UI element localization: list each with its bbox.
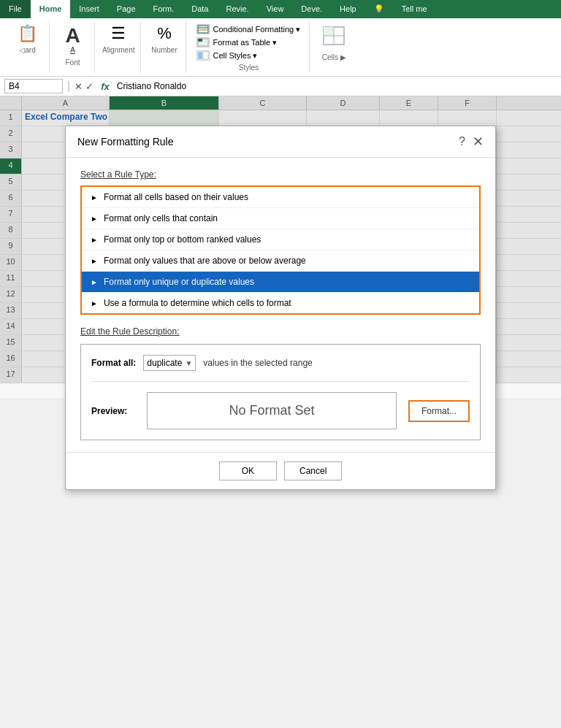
cancel-icon[interactable]: ✕ — [75, 81, 83, 92]
font-icon: A — [65, 26, 80, 46]
rule-item-label-1: Format only cells that contain — [104, 213, 218, 223]
format-as-table-icon — [196, 37, 210, 47]
svg-rect-6 — [203, 52, 208, 59]
preview-box: No Format Set — [147, 392, 397, 429]
format-all-label: Format all: — [91, 358, 136, 368]
alignment-group: ☰ Alignment — [96, 21, 141, 73]
values-label: values in the selected range — [203, 358, 312, 368]
rule-arrow-icon: ► — [91, 236, 98, 244]
cell-styles-label: Cell Styles ▾ — [213, 51, 257, 61]
tab-help[interactable]: Help — [331, 0, 365, 18]
dialog-close-button[interactable]: ✕ — [473, 134, 484, 150]
clipboard-icon: 📋 — [18, 26, 37, 42]
preview-row: Preview: No Format Set Format... — [91, 381, 470, 429]
rule-arrow-icon: ► — [91, 299, 98, 307]
format-all-row: Format all: duplicate ▼ values in the se… — [91, 355, 470, 371]
formula-bar-separator: | — [67, 80, 70, 93]
svg-rect-8 — [324, 27, 334, 36]
tab-home[interactable]: Home — [31, 0, 71, 18]
edit-box: Format all: duplicate ▼ values in the se… — [80, 344, 481, 440]
tab-data[interactable]: Data — [183, 0, 217, 18]
clipboard-label: ◁ard — [19, 46, 35, 54]
dialog-footer: OK Cancel — [66, 452, 495, 489]
fx-label: fx — [101, 81, 110, 92]
rule-item-label-4: Format only unique or duplicate values — [104, 277, 254, 287]
rule-arrow-icon: ► — [91, 257, 98, 265]
clipboard-button[interactable]: 📋 — [12, 23, 42, 45]
font-group: A A Font — [51, 21, 95, 73]
spreadsheet-area: A B C D E F 1 Excel Compare Two Strings … — [0, 96, 561, 383]
cells-icon — [322, 26, 346, 49]
formula-bar-icons: ✕ ✓ — [75, 81, 94, 92]
format-as-table-label: Format as Table ▾ — [213, 38, 277, 47]
rule-item-1[interactable]: ► Format only cells that contain — [82, 208, 479, 229]
tab-view[interactable]: View — [258, 0, 293, 18]
tab-lightbulb[interactable]: 💡 — [365, 0, 393, 18]
rule-item-5[interactable]: ► Use a formula to determine which cells… — [82, 293, 479, 313]
rule-item-3[interactable]: ► Format only values that are above or b… — [82, 250, 479, 272]
tab-developer[interactable]: Deve. — [292, 0, 331, 18]
preview-text: No Format Set — [229, 403, 314, 418]
conditional-formatting-icon — [196, 24, 210, 34]
tab-insert[interactable]: Insert — [70, 0, 108, 18]
svg-rect-4 — [198, 39, 202, 42]
number-group: % Number — [142, 21, 186, 73]
styles-group: Conditional Formatting ▾ Format as Table… — [188, 21, 310, 73]
svg-rect-0 — [198, 26, 208, 33]
clipboard-group: 📋 ◁ard — [6, 21, 50, 73]
rule-item-4[interactable]: ► Format only unique or duplicate values — [82, 272, 479, 293]
duplicate-dropdown[interactable]: duplicate ▼ — [143, 355, 196, 371]
dialog-help-button[interactable]: ? — [459, 135, 465, 148]
formula-bar: | ✕ ✓ fx — [0, 77, 561, 96]
number-button[interactable]: % — [152, 23, 177, 45]
rule-item-label-0: Format all cells based on their values — [104, 192, 248, 202]
tab-file[interactable]: File — [0, 0, 31, 18]
name-box[interactable] — [4, 79, 63, 93]
rule-item-label-2: Format only top or bottom ranked values — [104, 234, 261, 245]
cells-button[interactable] — [317, 23, 351, 52]
rule-type-list: ► Format all cells based on their values… — [80, 185, 481, 315]
conditional-formatting-label: Conditional Formatting ▾ — [213, 25, 300, 34]
tab-review[interactable]: Revie. — [218, 0, 258, 18]
conditional-formatting-button[interactable]: Conditional Formatting ▾ — [194, 23, 303, 36]
dialog-body: Select a Rule Type: ► Format all cells b… — [66, 158, 495, 452]
dropdown-arrow-icon: ▼ — [185, 359, 192, 367]
enter-icon[interactable]: ✓ — [85, 81, 94, 92]
cells-group: Cells ▶ — [311, 21, 356, 73]
alignment-label: Alignment — [102, 46, 134, 54]
svg-rect-5 — [198, 52, 202, 59]
rule-type-section-label: Select a Rule Type: — [80, 169, 481, 180]
preview-label: Preview: — [91, 406, 135, 416]
format-button[interactable]: Format... — [408, 400, 470, 422]
font-button[interactable]: A A — [60, 23, 85, 57]
rule-arrow-icon: ► — [91, 215, 98, 223]
tab-formulas[interactable]: Form. — [145, 0, 183, 18]
number-label: Number — [151, 46, 178, 54]
alignment-icon: ☰ — [111, 26, 126, 42]
cells-label: Cells ▶ — [322, 53, 346, 61]
styles-label: Styles — [194, 64, 303, 72]
dialog-titlebar: New Formatting Rule ? ✕ — [66, 126, 495, 158]
rule-item-label-3: Format only values that are above or bel… — [104, 256, 306, 266]
alignment-button[interactable]: ☰ — [106, 23, 131, 45]
cell-styles-button[interactable]: Cell Styles ▾ — [194, 49, 303, 62]
rule-item-2[interactable]: ► Format only top or bottom ranked value… — [82, 229, 479, 250]
rule-item-label-5: Use a formula to determine which cells t… — [104, 298, 291, 308]
formula-input[interactable] — [117, 81, 557, 91]
dialog-controls: ? ✕ — [459, 134, 484, 150]
font-label: Font — [65, 58, 80, 66]
rule-item-0[interactable]: ► Format all cells based on their values — [82, 187, 479, 208]
cancel-button[interactable]: Cancel — [284, 461, 342, 480]
cell-styles-icon — [196, 50, 210, 61]
rule-arrow-icon: ► — [91, 194, 98, 202]
new-formatting-rule-dialog: New Formatting Rule ? ✕ Select a Rule Ty… — [65, 126, 496, 490]
ok-button[interactable]: OK — [219, 461, 277, 480]
tab-tell-me[interactable]: Tell me — [393, 0, 436, 18]
tab-page[interactable]: Page — [108, 0, 145, 18]
dropdown-value: duplicate — [147, 358, 182, 368]
number-icon: % — [157, 26, 172, 42]
edit-section-label: Edit the Rule Description: — [80, 326, 481, 337]
dialog-overlay: New Formatting Rule ? ✕ Select a Rule Ty… — [0, 96, 561, 383]
rule-arrow-icon: ► — [91, 278, 98, 286]
format-as-table-button[interactable]: Format as Table ▾ — [194, 36, 303, 49]
